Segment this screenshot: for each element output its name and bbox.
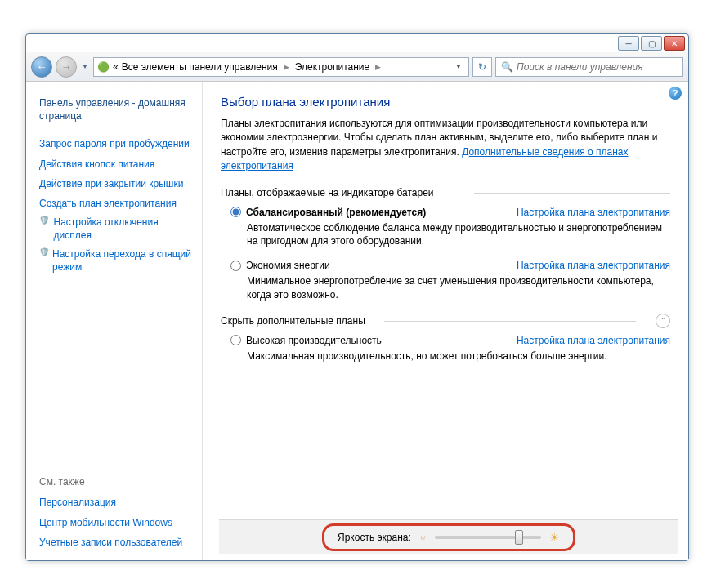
nav-history-dropdown[interactable]: ▼ xyxy=(80,59,90,75)
sidebar-link-password[interactable]: Запрос пароля при пробуждении xyxy=(39,134,194,154)
plan-balanced-desc: Автоматическое соблюдение баланса между … xyxy=(247,221,670,249)
breadcrumb-sep-icon[interactable]: ▶ xyxy=(281,63,292,71)
breadcrumb-prefix: « xyxy=(113,61,119,73)
plan-balanced-name[interactable]: Сбалансированный (рекомендуется) xyxy=(246,207,426,218)
sidebar-link-lid-close[interactable]: Действие при закрытии крышки xyxy=(39,174,194,194)
sidebar-item-sleep[interactable]: 🛡️ Настройка перехода в спящий режим xyxy=(39,245,194,276)
breadcrumb-part-2[interactable]: Электропитание xyxy=(295,61,369,73)
shield-icon: 🛡️ xyxy=(39,216,51,225)
slider-track xyxy=(435,536,541,538)
window-body: Панель управления - домашняя страница За… xyxy=(26,82,688,560)
additional-plans-row: Скрыть дополнительные планы ˄ xyxy=(221,314,670,328)
group-additional-heading: Скрыть дополнительные планы xyxy=(221,315,656,327)
search-icon: 🔍 xyxy=(501,61,513,73)
sidebar-link-sleep[interactable]: Настройка перехода в спящий режим xyxy=(52,247,194,274)
sun-dim-icon: ☼ xyxy=(419,532,427,541)
slider-thumb[interactable] xyxy=(515,530,523,545)
chevron-up-icon: ˄ xyxy=(661,317,665,325)
collapse-additional-button[interactable]: ˄ xyxy=(656,314,670,328)
plan-powersaver-radio[interactable] xyxy=(230,261,241,271)
sidebar-link-display-off[interactable]: Настройка отключения дисплея xyxy=(54,216,195,242)
plan-balanced: Сбалансированный (рекомендуется) Настрой… xyxy=(230,207,670,249)
plan-highperf-radio[interactable] xyxy=(230,335,241,345)
sidebar-link-power-buttons[interactable]: Действия кнопок питания xyxy=(39,154,194,174)
address-bar[interactable]: 🟢 « Все элементы панели управления ▶ Эле… xyxy=(93,57,469,77)
brightness-slider[interactable] xyxy=(435,532,541,543)
control-panel-window: ─ ▢ ✕ ← → ▼ 🟢 « Все элементы панели упра… xyxy=(25,33,689,561)
maximize-button[interactable]: ▢ xyxy=(641,36,662,51)
plan-highperf-name[interactable]: Высокая производительность xyxy=(246,335,382,346)
shield-icon: 🛡️ xyxy=(39,247,49,256)
plan-highperf: Высокая производительность Настройка пла… xyxy=(230,335,670,363)
plan-balanced-radio[interactable] xyxy=(230,207,241,217)
minimize-button[interactable]: ─ xyxy=(618,36,639,51)
page-title: Выбор плана электропитания xyxy=(221,95,670,109)
breadcrumb-sep-icon[interactable]: ▶ xyxy=(373,63,383,71)
close-button[interactable]: ✕ xyxy=(664,36,685,51)
brightness-bar: Яркость экрана: ☼ ☀ xyxy=(219,519,678,554)
content-area: ? Выбор плана электропитания Планы элект… xyxy=(203,82,688,560)
intro-paragraph: Планы электропитания используются для оп… xyxy=(221,117,670,174)
plan-powersaver-name[interactable]: Экономия энергии xyxy=(246,260,330,271)
sidebar-footer: См. также Персонализация Центр мобильнос… xyxy=(39,463,194,552)
search-input[interactable] xyxy=(517,61,678,73)
help-button[interactable]: ? xyxy=(669,87,682,100)
search-box[interactable]: 🔍 xyxy=(495,57,683,77)
see-also-personalization[interactable]: Персонализация xyxy=(39,492,194,512)
refresh-button[interactable]: ↻ xyxy=(472,57,492,77)
brightness-capsule: Яркость экрана: ☼ ☀ xyxy=(322,523,575,551)
plan-powersaver-settings-link[interactable]: Настройка плана электропитания xyxy=(517,260,670,271)
sun-bright-icon: ☀ xyxy=(549,531,560,544)
plan-powersaver: Экономия энергии Настройка плана электро… xyxy=(230,260,670,302)
sidebar-item-display-off[interactable]: 🛡️ Настройка отключения дисплея xyxy=(39,213,194,244)
breadcrumb-part-1[interactable]: Все элементы панели управления xyxy=(122,61,278,73)
sidebar-link-create-plan[interactable]: Создать план электропитания xyxy=(39,194,194,213)
see-also-mobility-center[interactable]: Центр мобильности Windows xyxy=(39,513,194,532)
plan-highperf-desc: Максимальная производительность, но може… xyxy=(247,350,670,363)
address-dropdown-icon[interactable]: ▼ xyxy=(452,63,465,70)
forward-button[interactable]: → xyxy=(56,56,77,78)
brightness-label: Яркость экрана: xyxy=(338,532,411,543)
back-button[interactable]: ← xyxy=(31,56,52,78)
group-battery-heading: Планы, отображаемые на индикаторе батаре… xyxy=(221,187,670,198)
sidebar: Панель управления - домашняя страница За… xyxy=(26,82,203,560)
window-controls: ─ ▢ ✕ xyxy=(618,36,685,51)
navigation-bar: ← → ▼ 🟢 « Все элементы панели управления… xyxy=(26,52,688,82)
plan-balanced-settings-link[interactable]: Настройка плана электропитания xyxy=(517,207,670,218)
see-also-user-accounts[interactable]: Учетные записи пользователей xyxy=(39,532,194,552)
plan-highperf-settings-link[interactable]: Настройка плана электропитания xyxy=(517,335,670,346)
plan-powersaver-desc: Минимальное энергопотребление за счет ум… xyxy=(247,274,670,302)
see-also-heading: См. также xyxy=(39,476,194,488)
location-icon: 🟢 xyxy=(97,61,110,73)
sidebar-home-link[interactable]: Панель управления - домашняя страница xyxy=(39,93,194,126)
